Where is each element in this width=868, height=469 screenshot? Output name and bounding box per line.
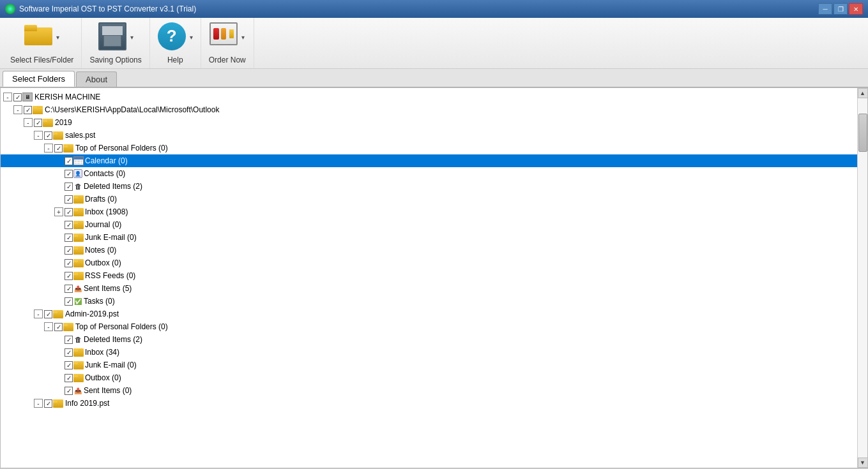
tree-2019[interactable]: - 2019 [1, 116, 857, 129]
expander-admin[interactable]: - [34, 309, 43, 318]
expander-calendar [54, 156, 63, 165]
tree-sent-items[interactable]: 📤 Sent Items (5) [1, 282, 857, 295]
tree-calendar[interactable]: Calendar (0) [1, 154, 857, 167]
checkbox-calendar[interactable] [65, 157, 73, 165]
expander-sales[interactable]: - [34, 131, 43, 140]
tree-sales-pst[interactable]: - sales.pst [1, 129, 857, 142]
checkbox-inbox-admin[interactable] [65, 348, 73, 357]
close-button[interactable]: ✕ [849, 3, 863, 15]
tree-admin-pst[interactable]: - Admin-2019.pst [1, 308, 857, 320]
sent-admin-icon: 📤 [73, 386, 82, 395]
checkbox-journal[interactable] [65, 221, 73, 229]
tree-notes[interactable]: Notes (0) [1, 244, 857, 257]
expander-top-personal[interactable]: - [44, 144, 53, 153]
tree-path[interactable]: - C:\Users\KERISH\AppData\Local\Microsof… [1, 103, 857, 116]
expander-inbox[interactable]: + [54, 207, 63, 216]
checkbox-junk[interactable] [65, 234, 73, 242]
checkbox-tasks[interactable] [65, 297, 73, 306]
checkbox-deleted[interactable] [65, 182, 73, 191]
checkbox-sent-admin[interactable] [65, 387, 73, 395]
label-inbox: Inbox (1908) [85, 207, 128, 216]
checkbox-top-personal[interactable] [54, 144, 63, 153]
checkbox-sales[interactable] [44, 131, 52, 140]
checkbox-outbox-admin[interactable] [65, 374, 73, 382]
tree-contacts[interactable]: 👤 Contacts (0) [1, 167, 857, 180]
order-now-arrow[interactable]: ▾ [241, 34, 245, 41]
label-deleted-admin: Deleted Items (2) [84, 335, 142, 344]
tree-info-pst[interactable]: - Info 2019.pst [1, 397, 857, 410]
card-red [213, 28, 218, 40]
tree-deleted-items[interactable]: 🗑 Deleted Items (2) [1, 180, 857, 193]
drafts-icon [73, 195, 84, 204]
tree-panel[interactable]: - 🖥 KERISH MACHINE - C:\Users\KERISH\App… [1, 88, 857, 468]
tabs-bar: Select Folders About [0, 69, 868, 87]
label-sent-items: Sent Items (5) [84, 284, 132, 293]
expander-info[interactable]: - [34, 399, 43, 408]
restore-button[interactable]: ❐ [834, 3, 848, 15]
label-info-pst: Info 2019.pst [65, 399, 109, 408]
toolbar-saving-options[interactable]: ▾ Saving Options [82, 18, 149, 68]
tree-root-machine[interactable]: - 🖥 KERISH MACHINE [1, 91, 857, 103]
select-files-arrow[interactable]: ▾ [56, 34, 59, 41]
tree-journal[interactable]: Journal (0) [1, 218, 857, 231]
label-sales-pst: sales.pst [65, 131, 95, 140]
tab-about[interactable]: About [76, 71, 117, 87]
minimize-button[interactable]: ─ [818, 3, 832, 15]
tree-outbox-admin[interactable]: Outbox (0) [1, 371, 857, 384]
outbox-icon [73, 259, 84, 267]
saving-options-label: Saving Options [89, 56, 141, 64]
label-top-personal: Top of Personal Folders (0) [75, 144, 168, 153]
tree-inbox[interactable]: + Inbox (1908) [1, 205, 857, 218]
checkbox-notes[interactable] [65, 246, 73, 255]
toolbar-help[interactable]: ? ▾ Help [150, 18, 201, 68]
scrollbar-thumb[interactable] [858, 114, 867, 152]
tree-junk-email[interactable]: Junk E-mail (0) [1, 231, 857, 244]
scroll-up-button[interactable]: ▲ [858, 88, 868, 98]
label-inbox-admin: Inbox (34) [85, 348, 119, 357]
help-arrow[interactable]: ▾ [190, 34, 193, 41]
checkbox-top-personal-admin[interactable] [54, 323, 63, 331]
checkbox-info[interactable] [44, 399, 52, 408]
scroll-down-button[interactable]: ▼ [858, 458, 868, 468]
tree-top-personal-admin[interactable]: - Top of Personal Folders (0) [1, 320, 857, 333]
machine-label: KERISH MACHINE [34, 93, 100, 101]
checkbox-admin[interactable] [44, 310, 52, 318]
folder-top-personal-icon [63, 144, 73, 153]
machine-icon: 🖥 [22, 93, 33, 101]
checkbox-junk-admin[interactable] [65, 361, 73, 369]
tree-tasks[interactable]: ✅ Tasks (0) [1, 295, 857, 308]
tree-outbox[interactable]: Outbox (0) [1, 257, 857, 269]
tree-drafts[interactable]: Drafts (0) [1, 193, 857, 205]
checkbox-drafts[interactable] [65, 195, 73, 204]
scrollbar[interactable]: ▲ ▼ [857, 88, 867, 468]
drive-icon [33, 106, 43, 114]
expander-2019[interactable]: - [24, 118, 33, 127]
checkbox-2019[interactable] [34, 119, 42, 127]
sent-icon: 📤 [73, 284, 82, 293]
tree-deleted-admin[interactable]: 🗑 Deleted Items (2) [1, 333, 857, 346]
tree-inbox-admin[interactable]: Inbox (34) [1, 346, 857, 359]
checkbox-sent[interactable] [65, 285, 73, 293]
tree-junk-admin[interactable]: Junk E-mail (0) [1, 359, 857, 371]
expander-top-personal-admin[interactable]: - [44, 322, 53, 331]
expander-machine[interactable]: - [3, 93, 12, 101]
checkbox-rss[interactable] [65, 272, 73, 280]
tree-rss-feeds[interactable]: RSS Feeds (0) [1, 269, 857, 282]
tree-top-personal[interactable]: - Top of Personal Folders (0) [1, 142, 857, 154]
expander-path[interactable]: - [13, 105, 22, 114]
expander-drafts [54, 195, 63, 204]
checkbox-machine[interactable] [13, 93, 22, 101]
checkbox-inbox[interactable] [65, 208, 73, 216]
toolbar-select-files[interactable]: ▾ Select Files/Folder [3, 18, 82, 68]
expander-sent-admin [54, 386, 63, 395]
toolbar-order-now[interactable]: ▾ Order Now [201, 18, 254, 68]
tree-sent-admin[interactable]: 📤 Sent Items (0) [1, 384, 857, 397]
expander-deleted [54, 182, 63, 191]
label-journal: Journal (0) [85, 220, 121, 229]
tab-select-folders[interactable]: Select Folders [3, 71, 75, 87]
checkbox-contacts[interactable] [65, 170, 73, 178]
checkbox-deleted-admin[interactable] [65, 336, 73, 344]
checkbox-outbox[interactable] [65, 259, 73, 267]
saving-options-arrow[interactable]: ▾ [130, 34, 133, 41]
checkbox-path[interactable] [24, 106, 32, 114]
